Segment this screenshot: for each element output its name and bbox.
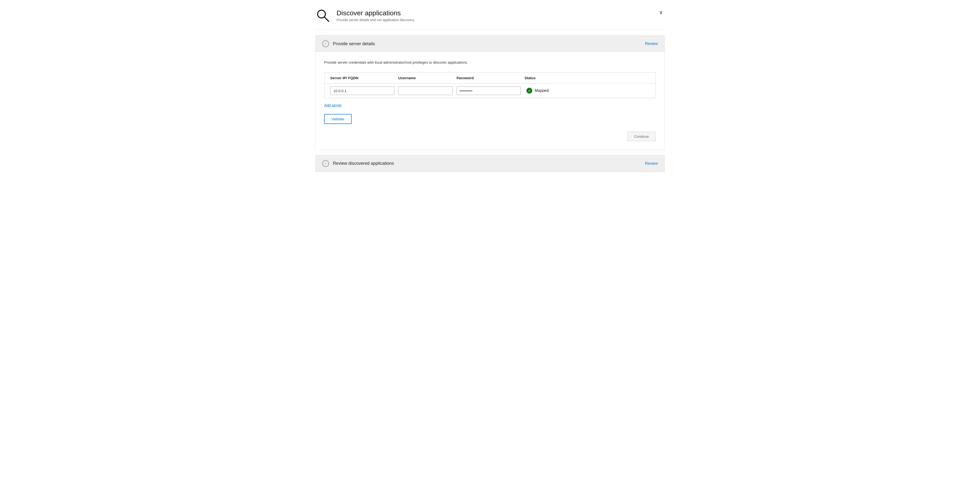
server-table: Server IP/ FQDN Username Password Status xyxy=(324,72,656,98)
cell-username xyxy=(396,86,455,95)
cell-password xyxy=(455,86,523,95)
section2-title: Review discovered applications xyxy=(333,161,394,166)
col-header-server-ip: Server IP/ FQDN xyxy=(328,76,396,80)
table-row: Mapped xyxy=(325,84,655,98)
username-input[interactable] xyxy=(398,86,453,95)
page-title: Discover applications xyxy=(337,9,414,17)
page-header: Discover applications Provide server det… xyxy=(315,8,665,29)
col-header-username: Username xyxy=(396,76,455,80)
review-discovered-section: ✓ Review discovered applications Review xyxy=(315,155,665,172)
header-left: Discover applications Provide server det… xyxy=(315,8,414,23)
section1-body: Provide server credentials with local ad… xyxy=(315,52,665,150)
provide-server-section: ✓ Provide server details Review Provide … xyxy=(315,35,665,150)
table-header-row: Server IP/ FQDN Username Password Status xyxy=(325,72,655,84)
section1-title: Provide server details xyxy=(333,41,375,46)
cell-server-ip xyxy=(328,86,396,95)
validate-button-area: Validate xyxy=(324,114,656,132)
validate-button[interactable]: Validate xyxy=(324,114,352,124)
section1-header: ✓ Provide server details Review xyxy=(315,35,665,52)
col-header-password: Password xyxy=(455,76,523,80)
continue-button[interactable]: Continue xyxy=(627,132,656,141)
page-container: Discover applications Provide server det… xyxy=(305,0,675,185)
col-header-status: Status xyxy=(523,76,571,80)
discover-icon xyxy=(315,8,331,23)
collapse-icon[interactable]: ∨ xyxy=(657,8,665,17)
section2-check-icon: ✓ xyxy=(322,160,329,167)
header-text: Discover applications Provide server det… xyxy=(337,9,414,22)
add-server-link[interactable]: Add server xyxy=(324,103,342,107)
section2-header: ✓ Review discovered applications Review xyxy=(315,155,665,172)
section1-description: Provide server credentials with local ad… xyxy=(324,60,656,65)
status-mapped-icon xyxy=(527,88,532,94)
section1-header-left: ✓ Provide server details xyxy=(322,40,375,47)
server-ip-input[interactable] xyxy=(330,86,395,95)
svg-line-1 xyxy=(324,17,329,21)
cell-status: Mapped xyxy=(523,88,571,94)
status-text: Mapped xyxy=(535,88,549,93)
continue-area: Continue xyxy=(324,132,656,141)
section2-review-link[interactable]: Review xyxy=(645,161,658,166)
section1-check-icon: ✓ xyxy=(322,40,329,47)
section1-review-link[interactable]: Review xyxy=(645,41,658,46)
section2-header-left: ✓ Review discovered applications xyxy=(322,160,394,167)
password-input[interactable] xyxy=(457,86,520,95)
page-subtitle: Provide server details and run applicati… xyxy=(337,18,414,22)
